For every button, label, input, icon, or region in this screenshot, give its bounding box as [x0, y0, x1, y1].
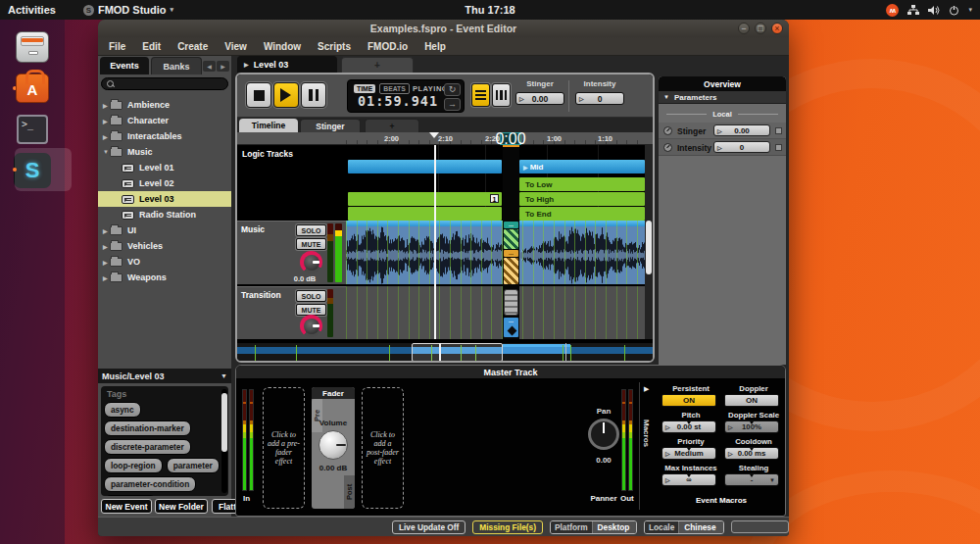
network-icon[interactable]: [907, 5, 919, 16]
menu-scripts[interactable]: Scripts: [318, 41, 351, 52]
dock-software-icon[interactable]: A: [11, 69, 54, 108]
chevron-right-icon[interactable]: ▶: [103, 133, 110, 140]
pan-knob[interactable]: [588, 419, 619, 450]
minimize-button[interactable]: −: [738, 23, 750, 34]
transition-clip-capsule[interactable]: [504, 289, 518, 316]
new-event-tab-button[interactable]: +: [341, 57, 414, 73]
scrollbar-thumb[interactable]: [646, 221, 652, 274]
marker-mid[interactable]: ▶Mid: [519, 160, 645, 173]
intensity-value-field[interactable]: ▷ 0: [713, 141, 770, 153]
tab-banks[interactable]: Banks: [151, 57, 202, 74]
source-fade-header[interactable]: ...: [504, 222, 518, 228]
close-button[interactable]: ×: [771, 23, 783, 34]
tree-item-ambience[interactable]: ▶Ambience: [98, 97, 231, 113]
chevron-down-icon[interactable]: ▼: [103, 149, 110, 155]
new-event-button[interactable]: New Event: [101, 499, 152, 514]
chevron-right-icon[interactable]: ▶: [103, 102, 110, 109]
tree-item-level-01[interactable]: Level 01: [98, 160, 231, 175]
dock-files-icon[interactable]: [11, 27, 54, 67]
timeline-navigator[interactable]: [237, 341, 653, 361]
tag-parameter[interactable]: parameter: [167, 458, 220, 473]
playhead-line[interactable]: [434, 145, 436, 339]
chevron-right-icon[interactable]: ▶: [103, 274, 110, 281]
menu-file[interactable]: File: [109, 41, 125, 52]
menu-view[interactable]: View: [224, 41, 247, 52]
tag-persistent[interactable]: persistent: [104, 495, 157, 496]
volume-icon[interactable]: [928, 5, 940, 16]
lanes-view-toggle[interactable]: [492, 83, 511, 107]
automation-checkbox[interactable]: [775, 127, 782, 134]
pitch-field[interactable]: ▷0.00 st: [662, 420, 716, 433]
tag-loop-region[interactable]: loop-region: [104, 458, 163, 473]
window-titlebar[interactable]: Examples.fspro - Event Editor − □ ×: [98, 20, 789, 37]
stinger-value-field[interactable]: ▷ 0.00: [713, 124, 770, 136]
chevron-right-icon[interactable]: ▶: [103, 227, 110, 234]
macros-strip[interactable]: ▶ Macros: [639, 382, 655, 510]
master-track-title[interactable]: Master Track: [236, 366, 785, 379]
new-folder-button[interactable]: New Folder: [155, 499, 208, 514]
doppler-toggle[interactable]: ON: [724, 394, 779, 407]
post-fader-tab[interactable]: Post: [344, 475, 355, 509]
menu-fmod-io[interactable]: FMOD.io: [368, 41, 408, 52]
master-volume-knob[interactable]: [318, 430, 348, 460]
system-menu-caret-icon[interactable]: ▾: [968, 6, 972, 14]
source-fade-cell[interactable]: [504, 229, 518, 249]
locale-value[interactable]: Chinese▼: [679, 521, 724, 533]
follow-playback-button[interactable]: →: [444, 98, 461, 111]
transition-to-end[interactable]: To End: [519, 207, 645, 221]
stealing-dropdown[interactable]: -▼: [724, 473, 779, 486]
automation-checkbox[interactable]: [775, 144, 782, 151]
intensity-param-field[interactable]: ▷ 0: [575, 92, 624, 105]
post-fader-effect-slot[interactable]: Click to add a post-fader effect: [362, 387, 404, 509]
tree-item-vo[interactable]: ▶VO: [98, 254, 231, 270]
tag-discrete-parameter[interactable]: discrete-parameter: [104, 439, 191, 455]
tree-item-level-03-selected[interactable]: Level 03: [98, 191, 231, 207]
transition-timeline-marker[interactable]: 0:00: [500, 132, 521, 145]
chevron-right-icon[interactable]: ▶: [103, 259, 110, 266]
loop-playback-button[interactable]: ↻: [444, 83, 461, 96]
transition-volume-knob[interactable]: [300, 315, 322, 337]
tab-stinger[interactable]: Stinger: [300, 119, 361, 132]
tree-item-level-02[interactable]: Level 02: [98, 175, 231, 191]
priority-field[interactable]: ▷Medium: [662, 447, 716, 460]
menu-help[interactable]: Help: [424, 41, 446, 52]
destination-fade-header[interactable]: ...: [504, 250, 518, 257]
search-input[interactable]: [101, 77, 228, 90]
quantization-badge[interactable]: 1: [490, 194, 499, 203]
menu-window[interactable]: Window: [264, 41, 301, 52]
cooldown-field[interactable]: ▷0.00 ms: [724, 447, 779, 460]
tag-async[interactable]: async: [104, 402, 141, 418]
transition-timeline-column[interactable]: ... ... ...: [503, 145, 519, 339]
playhead-handle[interactable]: [429, 132, 439, 143]
add-sheet-tab-button[interactable]: +: [365, 119, 419, 132]
music-track-lane[interactable]: [346, 221, 645, 284]
tab-forward-button[interactable]: ▶: [217, 61, 229, 72]
transition-source-cell[interactable]: ...: [504, 318, 518, 337]
tracks-vertical-scrollbar[interactable]: [645, 145, 653, 339]
tags-scrollbar[interactable]: [221, 389, 227, 493]
expand-arrow-icon[interactable]: ▶: [644, 385, 649, 393]
doppler-scale-field[interactable]: ▷100%: [724, 420, 779, 433]
pre-fader-effect-slot[interactable]: Click to add a pre-fader effect: [263, 387, 305, 509]
destination-fade-cell[interactable]: [504, 258, 518, 284]
tree-item-ui[interactable]: ▶UI: [98, 223, 231, 238]
transition-solo-button[interactable]: SOLO: [296, 290, 326, 302]
tag-destination-marker[interactable]: destination-marker: [104, 420, 191, 436]
transition-track-header[interactable]: Transition SOLO MUTE: [237, 286, 346, 339]
tag-parameter-condition[interactable]: parameter-condition: [104, 476, 196, 492]
tree-item-character[interactable]: ▶Character: [98, 113, 231, 128]
music-mute-button[interactable]: MUTE: [296, 238, 326, 250]
tree-item-music[interactable]: ▼Music: [98, 144, 231, 160]
dock-terminal-icon[interactable]: >_: [11, 110, 54, 149]
locale-selector[interactable]: Locale Chinese▼: [644, 520, 724, 534]
play-button[interactable]: [273, 82, 299, 108]
tab-timeline[interactable]: Timeline: [239, 119, 298, 132]
platform-value[interactable]: Desktop▼: [593, 521, 637, 533]
event-tab-level-03[interactable]: ▶ Level 03: [237, 56, 337, 73]
transition-region-left[interactable]: 1°: [348, 192, 502, 206]
max-instances-field[interactable]: ▷∞: [662, 473, 716, 486]
music-track-header[interactable]: Music SOLO MUTE 0.0 dB: [237, 221, 346, 284]
tree-item-radio-station[interactable]: Radio Station: [98, 207, 231, 223]
tab-back-button[interactable]: ◀: [203, 61, 216, 72]
chevron-right-icon[interactable]: ▶: [103, 118, 110, 124]
